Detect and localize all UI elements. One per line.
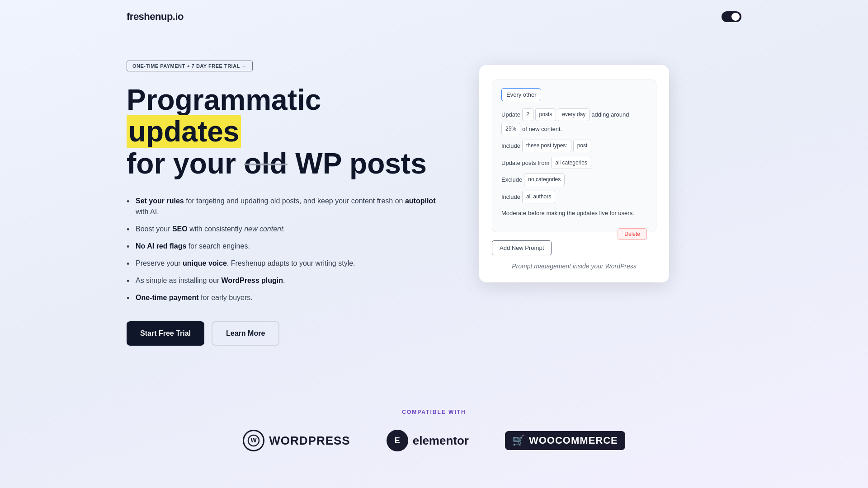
elementor-text: elementor [413,434,469,448]
navbar: freshenup.io [0,0,868,33]
feature-list: Set your rules for targeting and updatin… [127,196,443,303]
row-label: Update posts from [501,158,549,168]
feature-bold: No AI red flags [136,242,186,250]
elementor-icon: E [387,430,408,451]
woo-icon: 🛒 [512,435,524,446]
prompt-tag: posts [535,108,557,121]
title-strikethrough: old [244,148,288,179]
feature-bold: Set your rules [136,197,184,205]
row-text: before making the updates live for users… [528,208,634,218]
feature-bold: autopilot [405,197,436,205]
site-logo: freshenup.io [127,11,184,23]
row-label: Include [501,141,520,151]
add-prompt-button[interactable]: Add New Prompt [492,240,552,255]
learn-more-button[interactable]: Learn More [212,321,279,346]
svg-text:W: W [251,436,257,444]
prompt-input-row: Every other [501,88,647,101]
feature-item: Boost your SEO with consistently new con… [127,224,443,235]
row-label: Include [501,192,520,202]
woo-pill: 🛒 WOOCOMMERCE [505,431,625,450]
woocommerce-text: WOOCOMMERCE [529,435,618,446]
wordpress-logo: W WORDPRESS [243,430,350,451]
title-line2: for your old WP posts [127,147,427,180]
prompt-tag: 25% [501,123,520,136]
logos-row: W WORDPRESS E elementor 🛒 WOOCOMMERCE [127,430,741,451]
prompt-row-authors: Include all authors [501,191,647,203]
prompt-tag: all authors [522,191,555,203]
prompt-row-exclude: Exclude no categories [501,174,647,186]
row-text: of new content. [522,124,562,134]
woocommerce-logo: 🛒 WOOCOMMERCE [505,431,625,450]
prompt-tag: all categories [551,157,591,169]
feature-italic: new content. [244,225,285,233]
cta-buttons: Start Free Trial Learn More [127,321,443,346]
feature-bold: unique voice [183,259,227,267]
feature-bold: One-time payment [136,294,199,301]
feature-item: Set your rules for targeting and updatin… [127,196,443,217]
compatible-section: COMPATIBLE WITH W WORDPRESS E elementor … [0,382,868,488]
prompt-row-moderate: Moderate before making the updates live … [501,208,647,218]
row-label: Moderate [501,208,526,218]
row-text: adding around [591,109,629,120]
card-caption: Prompt management inside your WordPress [492,263,656,270]
promo-badge: ONE-TIME PAYMENT + 7 DAY FREE TRIAL → [127,61,253,71]
row-label: Exclude [501,174,522,185]
prompt-tag: 2 [522,108,533,121]
prompt-row-include: Include these post types: post [501,140,647,152]
prompt-tag: every day [558,108,590,121]
wp-logo-icon: W [243,430,264,451]
hero-content: ONE-TIME PAYMENT + 7 DAY FREE TRIAL → Pr… [127,61,443,346]
feature-bold: WordPress plugin [221,277,283,284]
prompt-card-inner: Every other Update 2 posts every day add… [492,80,656,232]
delete-button[interactable]: Delete [618,228,647,240]
title-line1: Programmatic updates [127,84,321,148]
feature-item: As simple as installing our WordPress pl… [127,275,443,286]
start-trial-button[interactable]: Start Free Trial [127,321,204,346]
prompt-input[interactable]: Every other [501,88,541,101]
prompt-tag: these post types: [522,140,571,152]
feature-item: Preserve your unique voice. Freshenup ad… [127,258,443,269]
prompt-card-container: Every other Update 2 posts every day add… [479,65,669,282]
elementor-logo: E elementor [387,430,469,451]
prompt-card: Every other Update 2 posts every day add… [479,65,669,282]
hero-section: ONE-TIME PAYMENT + 7 DAY FREE TRIAL → Pr… [0,33,868,382]
feature-bold: SEO [172,225,188,233]
prompt-row-update: Update 2 posts every day adding around 2… [501,108,647,135]
title-highlight: updates [127,115,241,148]
prompt-tag: no categories [524,174,565,186]
prompt-tag: post [573,140,592,152]
wordpress-text: WORDPRESS [269,434,350,448]
row-label: Update [501,109,520,120]
hero-title: Programmatic updates for your old WP pos… [127,84,443,179]
compatible-label: COMPATIBLE WITH [127,409,741,415]
feature-item: No AI red flags for search engines. [127,241,443,252]
theme-toggle[interactable] [722,11,741,22]
feature-item: One-time payment for early buyers. [127,292,443,303]
prompt-row-categories: Update posts from all categories [501,157,647,169]
